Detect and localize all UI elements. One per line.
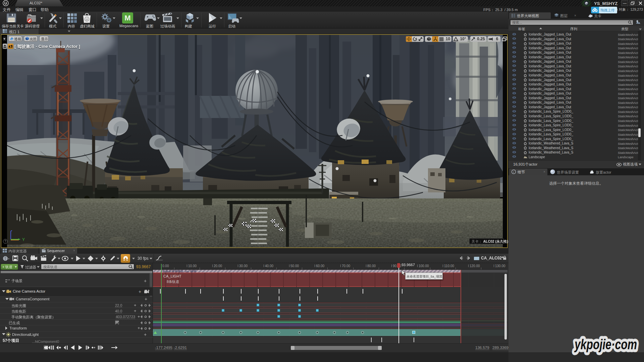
svg-text:*: * [17, 255, 18, 258]
svg-text:ykpojie·com: ykpojie·com [574, 337, 637, 352]
svg-text:i: i [513, 170, 514, 174]
svg-text:Y: Y [22, 237, 25, 242]
